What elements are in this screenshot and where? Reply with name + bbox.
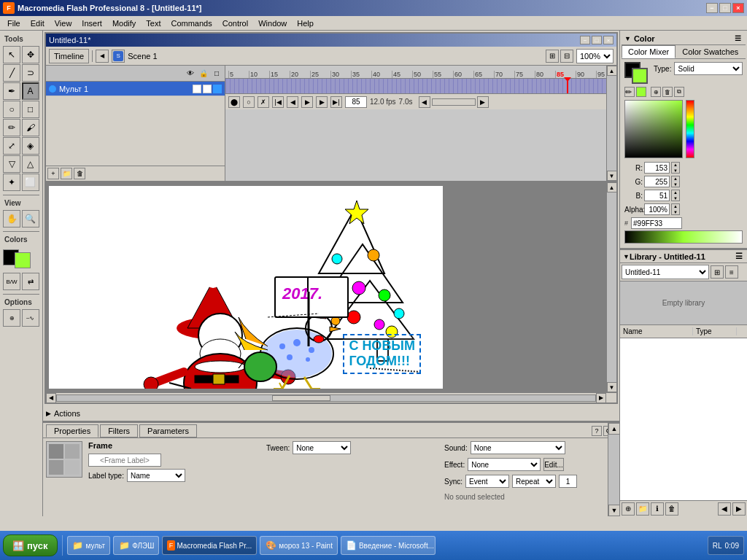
timeline-tab-btn[interactable]: Timeline: [49, 49, 89, 63]
tl-first-frame[interactable]: |◀: [272, 96, 284, 108]
alpha-input[interactable]: [644, 203, 670, 215]
menu-control[interactable]: Control: [218, 18, 252, 29]
taskbar-item-word[interactable]: 📄 Введение - Microsoft...: [341, 536, 436, 555]
tab-filters[interactable]: Filters: [100, 424, 138, 438]
repeat-count-input[interactable]: [559, 475, 577, 488]
vscroll-up-btn[interactable]: ▲: [607, 66, 617, 76]
frame-number-input[interactable]: [345, 96, 367, 108]
tl-prev-frame[interactable]: ◀: [287, 96, 298, 108]
freetransform-tool[interactable]: ⤢: [3, 137, 20, 155]
brush-tool[interactable]: 🖌: [22, 119, 39, 136]
tl-delete-frame[interactable]: ✗: [258, 96, 269, 108]
line-tool[interactable]: ╱: [3, 64, 20, 82]
doc-max-btn[interactable]: □: [592, 36, 602, 44]
tween-select[interactable]: None Motion Shape: [293, 441, 351, 454]
lib-back-btn[interactable]: ◀: [718, 502, 731, 516]
back-btn[interactable]: ◀: [96, 50, 109, 63]
fill-color[interactable]: [632, 68, 648, 84]
collapse-icon[interactable]: ▼: [624, 35, 631, 42]
sound-select[interactable]: None: [471, 441, 565, 454]
hscroll-track[interactable]: [56, 394, 596, 402]
view-icon-1[interactable]: ⊞: [546, 50, 559, 63]
timeline-vscroll[interactable]: ▲ ▼: [606, 66, 616, 181]
menu-commands[interactable]: Commands: [166, 18, 216, 29]
doc-min-btn[interactable]: −: [580, 36, 590, 44]
library-menu-btn[interactable]: ☰: [734, 252, 744, 262]
layer-row[interactable]: Мульт 1 ·: [46, 82, 225, 96]
rect-tool[interactable]: □: [22, 101, 39, 118]
eyedropper-tool[interactable]: ✦: [3, 174, 20, 191]
eraser-tool[interactable]: ⬜: [22, 174, 39, 191]
menu-help[interactable]: Help: [293, 18, 318, 29]
canvas-vscroll-up[interactable]: ▲: [607, 182, 617, 192]
pen-tool[interactable]: ✒: [3, 82, 20, 100]
b-input[interactable]: [644, 190, 670, 201]
tl-play[interactable]: ▶: [301, 96, 313, 108]
new-symbol-btn[interactable]: ⊕: [622, 502, 635, 516]
canvas-vscroll-down[interactable]: ▼: [607, 382, 617, 392]
vscroll-down-btn[interactable]: ▼: [607, 171, 617, 181]
swap-colors-btn[interactable]: ⇄: [22, 273, 39, 290]
oval-tool[interactable]: ○: [3, 101, 20, 118]
edit-btn[interactable]: Edit...: [543, 458, 564, 471]
lib-forward-btn[interactable]: ▶: [732, 502, 746, 516]
black-white-btn[interactable]: B/W: [3, 273, 20, 290]
alpha-spinner[interactable]: ▲▼: [671, 203, 680, 215]
hue-strip[interactable]: [686, 100, 694, 158]
hand-tool[interactable]: ✋: [3, 210, 20, 228]
ink-tool[interactable]: ▽: [3, 155, 20, 173]
minimize-button[interactable]: −: [706, 3, 718, 13]
fill-color-swatch[interactable]: [15, 252, 31, 268]
menu-edit[interactable]: Edit: [26, 18, 49, 29]
tl-add-keyframe[interactable]: ⬤: [228, 96, 240, 108]
menu-insert[interactable]: Insert: [77, 18, 107, 29]
type-select[interactable]: Solid None Linear Radial Bitmap: [674, 62, 743, 75]
snap-color-btn[interactable]: ⊕: [651, 87, 661, 97]
gradienttransform-tool[interactable]: ◈: [22, 137, 39, 155]
library-options-btn[interactable]: ≡: [725, 265, 738, 279]
menu-view[interactable]: View: [50, 18, 77, 29]
canvas-vscroll-track[interactable]: [607, 192, 617, 382]
tab-color-mixer[interactable]: Color Mixer: [622, 45, 676, 58]
taskbar-item-macromedia[interactable]: F Macromedia Flash Pr...: [162, 536, 257, 555]
pencil-tool[interactable]: ✏: [3, 119, 20, 136]
scene-icon-btn[interactable]: S: [112, 50, 125, 63]
tab-color-swatches[interactable]: Color Swatches: [676, 45, 745, 58]
taskbar-item-paint[interactable]: 🎨 мороз 13 - Paint: [260, 536, 338, 555]
tab-properties[interactable]: Properties: [46, 424, 98, 438]
menu-text[interactable]: Text: [142, 18, 165, 29]
menu-modify[interactable]: Modify: [108, 18, 140, 29]
view-icon-2[interactable]: ⊟: [560, 50, 573, 63]
taskbar-item-mult[interactable]: 📁 мульт: [67, 536, 111, 555]
label-type-select[interactable]: Name: [127, 469, 185, 482]
layer-eye-check[interactable]: [193, 85, 201, 93]
tl-add-blank[interactable]: ○: [243, 96, 255, 108]
scroll-left-btn[interactable]: ◀: [419, 96, 430, 108]
sync-select[interactable]: Event Start Stop Stream: [465, 475, 509, 488]
b-spinner[interactable]: ▲▼: [671, 190, 680, 201]
lasso-tool[interactable]: ⊃: [22, 64, 39, 82]
color-gradient-bar[interactable]: [624, 230, 743, 244]
g-spinner[interactable]: ▲▼: [671, 176, 680, 187]
close-button[interactable]: ×: [732, 3, 744, 13]
new-library-btn[interactable]: ⊞: [711, 265, 724, 279]
menu-window[interactable]: Window: [254, 18, 291, 29]
tl-next-frame[interactable]: ▶: [316, 96, 328, 108]
lang-indicator[interactable]: RL: [713, 542, 722, 550]
library-collapse-icon[interactable]: ▼: [623, 253, 630, 260]
tl-last-frame[interactable]: ▶|: [330, 96, 342, 108]
repeat-select[interactable]: Repeat Loop: [512, 475, 556, 488]
new-folder-btn[interactable]: 📁: [636, 502, 649, 516]
panel-help-btn[interactable]: ?: [592, 426, 602, 436]
paint-tool[interactable]: △: [22, 155, 39, 173]
vscroll-track[interactable]: [607, 76, 617, 171]
copy-color-btn[interactable]: ⧉: [674, 87, 684, 97]
maximize-button[interactable]: □: [719, 3, 731, 13]
lib-properties-btn[interactable]: ℹ: [651, 502, 664, 516]
text-tool[interactable]: A: [22, 82, 39, 100]
zoom-select[interactable]: 100% 25% 50% 200%: [576, 49, 614, 63]
snap-btn[interactable]: ⊕: [3, 309, 20, 327]
arrow-tool[interactable]: ↖: [3, 46, 20, 63]
frames-row[interactable]: [225, 79, 616, 93]
add-layer-btn[interactable]: +: [47, 168, 59, 179]
